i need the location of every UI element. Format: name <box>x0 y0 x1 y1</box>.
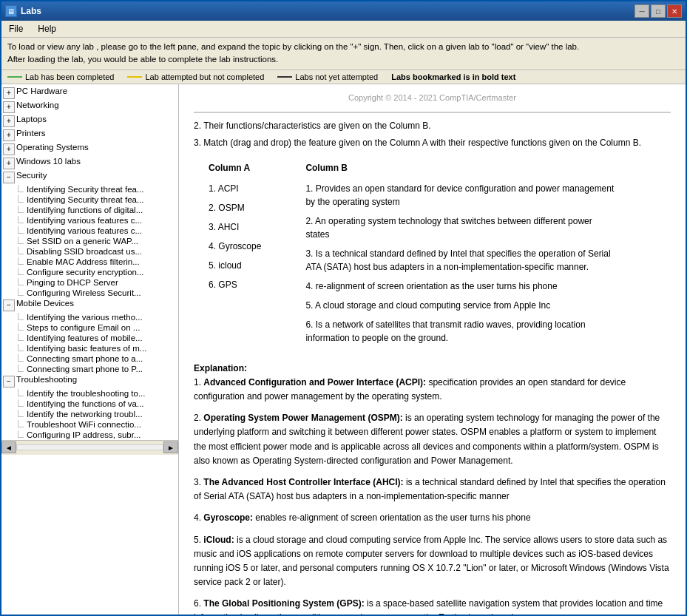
sidebar-item-sec-5[interactable]: Identifying various features c... <box>1 226 178 236</box>
app-icon: 🖥 <box>5 5 17 17</box>
label-mob-6: Connecting smart phone to P... <box>27 365 143 373</box>
sidebar-item-trb-5[interactable]: Configuring IP address, subr... <box>1 430 178 440</box>
sidebar-item-trb-4[interactable]: Troubleshoot WiFi connectio... <box>1 419 178 430</box>
titlebar-left: 🖥 Labs <box>5 5 41 17</box>
explanation-term-1: Operating System Power Management (OSPM)… <box>203 413 402 423</box>
label-sec-11: Configuring Wireless Securit... <box>27 288 141 297</box>
sidebar-item-security[interactable]: −Security <box>1 170 178 184</box>
expander-printers[interactable]: + <box>3 129 15 141</box>
sidebar-item-mob-2[interactable]: Steps to configure Email on ... <box>1 322 178 333</box>
tree-connector <box>18 288 24 296</box>
col-a-row-3: 4. Gyroscope <box>209 240 261 253</box>
tree-connector <box>18 226 24 234</box>
sidebar-item-mob-3[interactable]: Identifying features of mobile... <box>1 333 178 343</box>
sidebar-item-trb-3[interactable]: Identify the networking troubl... <box>1 409 178 419</box>
titlebar: 🖥 Labs ─ □ ✕ <box>1 1 686 21</box>
label-sec-9: Configure security encryption... <box>27 268 144 277</box>
sidebar-item-sec-8[interactable]: Enable MAC Address filterin... <box>1 257 178 267</box>
tree-connector <box>18 313 24 320</box>
tree-connector <box>18 354 24 362</box>
tree-connector <box>18 237 24 244</box>
close-button[interactable]: ✕ <box>667 4 682 18</box>
sidebar-item-mobile-devices[interactable]: −Mobile Devices <box>1 298 178 312</box>
explanation-term-3: Gyroscope: <box>203 512 253 523</box>
sidebar-item-printers[interactable]: +Printers <box>1 128 178 142</box>
explanation-0: 1. Advanced Configuration and Power Inte… <box>194 376 671 404</box>
sidebar-item-sec-9[interactable]: Configure security encryption... <box>1 267 178 277</box>
sidebar-item-windows-10-labs[interactable]: +Windows 10 labs <box>1 156 178 170</box>
sidebar-item-laptops[interactable]: +Laptops <box>1 114 178 128</box>
expander-security[interactable]: − <box>3 172 15 183</box>
content-section: 2. Their functions/characteristics are g… <box>194 112 671 615</box>
label-mob-5: Connecting smart phone to a... <box>27 354 143 363</box>
expander-networking[interactable]: + <box>3 101 15 113</box>
sidebar-item-mob-6[interactable]: Connecting smart phone to P... <box>1 364 178 374</box>
tree-connector <box>18 389 24 396</box>
label-sec-3: Identifying functions of digital... <box>27 206 143 214</box>
col-a-row-0: 1. ACPI <box>209 182 261 195</box>
scroll-left-btn[interactable]: ◄ <box>1 441 16 453</box>
sidebar-item-trb-1[interactable]: Identify the troubleshooting to... <box>1 388 178 399</box>
label-troubleshooting: Troubleshooting <box>16 375 77 384</box>
menu-file[interactable]: File <box>5 22 27 35</box>
label-sec-4: Identifying various features c... <box>27 216 142 225</box>
menu-help[interactable]: Help <box>34 22 60 35</box>
sidebar-item-sec-7[interactable]: Disabling SSID broadcast us... <box>1 246 178 257</box>
legend-dash-green <box>7 76 22 78</box>
expander-laptops[interactable]: + <box>3 115 15 127</box>
legend-bookmarked-label: Labs bookmarked is in bold text <box>391 72 515 81</box>
sidebar-item-trb-2[interactable]: Identifying the functions of va... <box>1 399 178 409</box>
sidebar-item-sec-4[interactable]: Identifying various features c... <box>1 215 178 226</box>
sidebar-item-sec-6[interactable]: Set SSID on a generic WAP... <box>1 236 178 246</box>
sidebar[interactable]: +PC Hardware+Networking+Laptops+Printers… <box>1 84 179 615</box>
explanation-2: 3. The Advanced Host Controller Interfac… <box>194 475 671 504</box>
matching-table: Column A 1. ACPI2. OSPM3. AHCI4. Gyrosco… <box>209 161 656 350</box>
sidebar-item-sec-11[interactable]: Configuring Wireless Securit... <box>1 288 178 298</box>
sidebar-scrollbar-area: ◄ ► <box>1 440 178 455</box>
menubar: File Help <box>1 21 686 38</box>
horizontal-scrollbar[interactable] <box>16 444 163 450</box>
expander-troubleshooting[interactable]: − <box>3 376 15 387</box>
content-panel[interactable]: Copyright © 2014 - 2021 CompTIA/Certmast… <box>179 84 686 615</box>
expander-pc-hardware[interactable]: + <box>3 87 15 99</box>
sidebar-item-sec-1[interactable]: Identifying Security threat fea... <box>1 184 178 194</box>
label-sec-7: Disabling SSID broadcast us... <box>27 247 142 256</box>
tree-connector <box>18 278 24 285</box>
tree-connector <box>18 216 24 223</box>
label-trb-5: Configuring IP address, subr... <box>27 430 141 439</box>
sidebar-item-pc-hardware[interactable]: +PC Hardware <box>1 86 178 100</box>
col-b-row-4: 5. A cloud storage and cloud computing s… <box>305 299 616 312</box>
legend-bar: Lab has been completed Lab attempted but… <box>1 70 686 84</box>
sidebar-item-mob-5[interactable]: Connecting smart phone to a... <box>1 353 178 364</box>
column-b-header: Column B <box>305 161 616 175</box>
minimize-button[interactable]: ─ <box>634 4 649 18</box>
explanation-header: Explanation: <box>194 362 671 376</box>
tree-connector <box>18 323 24 331</box>
maximize-button[interactable]: □ <box>651 4 666 18</box>
sidebar-tree: +PC Hardware+Networking+Laptops+Printers… <box>1 86 178 440</box>
sidebar-item-sec-3[interactable]: Identifying functions of digital... <box>1 205 178 215</box>
col-b-row-3: 4. re-alignment of screen orientation as… <box>305 280 616 293</box>
info-line2: After loading the lab, you would be able… <box>7 53 680 66</box>
expander-windows-10-labs[interactable]: + <box>3 158 15 169</box>
info-bar: To load or view any lab , please go to t… <box>1 38 686 70</box>
expander-mobile-devices[interactable]: − <box>3 299 15 311</box>
col-b-row-5: 6. Is a network of satellites that trans… <box>305 318 616 345</box>
sidebar-item-sec-2[interactable]: Identifying Security threat fea... <box>1 194 178 205</box>
label-mob-4: Identifying basic features of m... <box>27 344 146 353</box>
label-pc-hardware: PC Hardware <box>16 87 67 95</box>
label-sec-1: Identifying Security threat fea... <box>27 185 144 194</box>
sidebar-item-sec-10[interactable]: Pinging to DHCP Server <box>1 277 178 288</box>
sidebar-item-troubleshooting[interactable]: −Troubleshooting <box>1 374 178 388</box>
scroll-right-btn[interactable]: ► <box>163 441 178 453</box>
sidebar-item-mob-4[interactable]: Identifying basic features of m... <box>1 343 178 353</box>
sidebar-item-operating-systems[interactable]: +Operating Systems <box>1 142 178 156</box>
legend-dash-dark <box>277 76 292 78</box>
tree-connector <box>18 195 24 203</box>
window-title: Labs <box>21 6 41 16</box>
sidebar-item-mob-1[interactable]: Identifying the various metho... <box>1 312 178 322</box>
label-mob-2: Steps to configure Email on ... <box>27 323 140 332</box>
sidebar-item-networking[interactable]: +Networking <box>1 100 178 114</box>
expander-operating-systems[interactable]: + <box>3 143 15 155</box>
explanation-term-0: Advanced Configuration and Power Interfa… <box>203 377 426 387</box>
